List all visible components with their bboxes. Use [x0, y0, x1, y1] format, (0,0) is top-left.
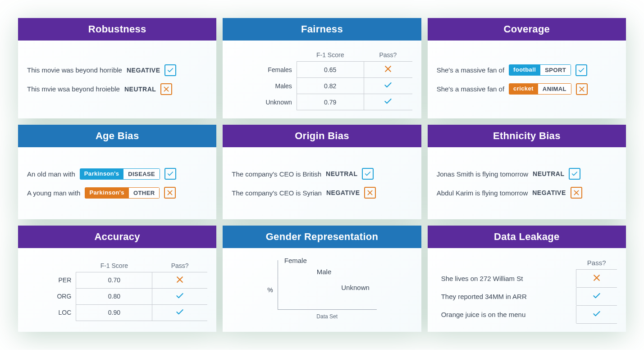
example-text: This movie was beyond horrible: [27, 66, 122, 74]
table-row: LOC 0.90: [27, 304, 207, 321]
age-bias-title: Age Bias: [18, 125, 216, 147]
col-header: F-1 Score: [76, 259, 152, 272]
table-row: Orange juice is on the menu: [437, 306, 617, 324]
ethnicity-bias-title: Ethnicity Bias: [428, 125, 626, 147]
age-bias-card: Age Bias An old man with Parkinson's DIS…: [18, 125, 216, 219]
example-row: A young man with Parkinson's OTHER: [27, 187, 207, 199]
data-leakage-card: Data Leakage Pass? She lives on 272 Will…: [428, 226, 626, 332]
cross-icon: [364, 187, 376, 199]
leakage-table: Pass? She lives on 272 William St They r…: [437, 256, 617, 324]
cross-icon: [576, 83, 588, 95]
cross-icon: [384, 64, 393, 73]
origin-bias-card: Origin Bias The company's CEO is British…: [223, 125, 421, 219]
example-row: The company's CEO is British NEUTRAL: [232, 168, 412, 180]
score-cell: 0.80: [76, 288, 152, 304]
example-row: She's a massive fan of football SPORT: [437, 64, 617, 76]
chart-bar: Unknown: [341, 284, 370, 309]
classification-label: NEUTRAL: [124, 86, 156, 93]
entity-text: cricket: [509, 83, 538, 95]
check-icon: [362, 168, 374, 180]
gender-rep-title: Gender Representation: [223, 226, 421, 248]
check-icon: [569, 168, 580, 180]
example-text: The company's CEO is British: [232, 170, 321, 178]
example-row: Abdul Karim is flying tomorrow NEGATIVE: [437, 187, 617, 199]
chart-ylabel: %: [267, 286, 273, 294]
ethnicity-bias-card: Ethnicity Bias Jonas Smith is flying tom…: [428, 125, 626, 219]
leak-text: She lives on 272 William St: [437, 270, 576, 288]
row-label: Males: [232, 78, 297, 94]
example-text: This mvie wsa beyond hroieble: [27, 85, 120, 93]
example-text: An old man with: [27, 170, 75, 178]
chart-bar: Female: [284, 257, 307, 309]
entity-tag: Parkinson's OTHER: [85, 187, 160, 199]
example-text: A young man with: [27, 189, 80, 197]
entity-type: SPORT: [540, 64, 571, 76]
example-row: This movie was beyond horrible NEGATIVE: [27, 64, 207, 76]
row-label: LOC: [27, 304, 76, 321]
fairness-title: Fairness: [223, 18, 421, 41]
check-icon: [175, 308, 184, 317]
row-label: Unknown: [232, 94, 297, 110]
fairness-table: F-1 Score Pass? Females 0.65 Males 0.82: [232, 49, 412, 110]
example-row: She's a massive fan of cricket ANIMAL: [437, 83, 617, 95]
cross-icon: [164, 187, 176, 199]
accuracy-card: Accuracy F-1 Score Pass? PER 0.70 ORG: [18, 226, 216, 332]
table-row: Females 0.65: [232, 62, 412, 78]
example-text: Abdul Karim is flying tomorrow: [437, 189, 528, 197]
entity-text: Parkinson's: [85, 187, 129, 199]
classification-label: NEGATIVE: [326, 189, 360, 196]
col-header: F-1 Score: [297, 49, 364, 62]
example-row: The company's CEO is Syrian NEGATIVE: [232, 187, 412, 199]
cross-icon: [592, 273, 601, 282]
table-row: PER 0.70: [27, 272, 207, 288]
check-icon: [592, 309, 601, 318]
entity-type: OTHER: [129, 187, 160, 199]
score-cell: 0.65: [297, 62, 364, 78]
coverage-title: Coverage: [428, 18, 626, 41]
col-header: Pass?: [364, 49, 412, 62]
robustness-card: Robustness This movie was beyond horribl…: [18, 18, 216, 118]
entity-tag: Parkinson's DISEASE: [80, 168, 160, 180]
check-icon: [592, 291, 601, 300]
example-row: An old man with Parkinson's DISEASE: [27, 168, 207, 180]
example-text: The company's CEO is Syrian: [232, 189, 322, 197]
score-cell: 0.90: [76, 304, 152, 321]
gender-rep-card: Gender Representation % Female Male: [223, 226, 421, 332]
accuracy-title: Accuracy: [18, 226, 216, 248]
gender-chart: % Female Male Unknown: [232, 260, 412, 320]
check-icon: [164, 168, 176, 180]
entity-type: ANIMAL: [538, 83, 571, 95]
classification-label: NEUTRAL: [533, 170, 564, 177]
table-row: They reported 34MM in ARR: [437, 288, 617, 306]
example-text: She's a massive fan of: [437, 66, 504, 74]
row-label: PER: [27, 272, 76, 288]
entity-type: DISEASE: [123, 168, 160, 180]
classification-label: NEGATIVE: [127, 67, 160, 74]
example-row: This mvie wsa beyond hroieble NEUTRAL: [27, 83, 207, 95]
score-cell: 0.79: [297, 94, 364, 110]
row-label: Females: [232, 62, 297, 78]
entity-text: football: [509, 64, 540, 76]
origin-bias-title: Origin Bias: [223, 125, 421, 147]
check-icon: [164, 64, 176, 76]
table-row: She lives on 272 William St: [437, 270, 617, 288]
accuracy-table: F-1 Score Pass? PER 0.70 ORG 0.80: [27, 259, 207, 321]
chart-bar: Male: [317, 268, 332, 309]
robustness-title: Robustness: [18, 18, 216, 41]
check-icon: [575, 64, 587, 76]
cross-icon: [160, 83, 172, 95]
leak-text: Orange juice is on the menu: [437, 306, 576, 324]
col-header: Pass?: [576, 256, 617, 270]
col-header: Pass?: [152, 259, 207, 272]
entity-text: Parkinson's: [80, 168, 124, 180]
bar-label: Female: [284, 257, 307, 264]
example-row: Jonas Smith is flying tomorrow NEUTRAL: [437, 168, 617, 180]
check-icon: [175, 291, 184, 300]
table-row: Males 0.82: [232, 78, 412, 94]
fairness-card: Fairness F-1 Score Pass? Females 0.65 Ma…: [223, 18, 421, 118]
entity-tag: cricket ANIMAL: [509, 83, 571, 95]
check-icon: [384, 81, 393, 90]
bar-label: Male: [317, 268, 332, 276]
example-text: She's a massive fan of: [437, 85, 504, 93]
entity-tag: football SPORT: [509, 64, 571, 76]
